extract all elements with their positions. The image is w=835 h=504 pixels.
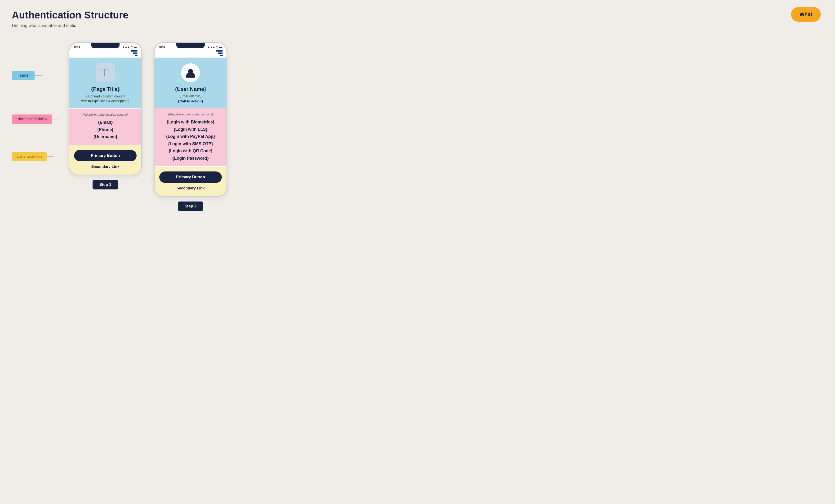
phone2-email: {Email Address} (159, 94, 222, 98)
wifi-icon2: ≋ (216, 45, 218, 48)
paypal-logo: 𝕋 (102, 68, 109, 78)
phone1-email: {Email} (74, 119, 137, 126)
header-label: Header (12, 71, 35, 80)
phone1: 9:41 ▲▲▲ ≋ ▬ 𝕋 (69, 42, 142, 175)
phone1-primary-button[interactable]: Primary Button (74, 150, 137, 161)
phone1-adaptive-label: {Adaptive Authentication options} (74, 113, 137, 117)
phone2-qr-code: {Login with QR Code} (159, 147, 222, 155)
phone1-identifier-section: {Adaptive Authentication options} {Email… (69, 109, 141, 145)
phone2-identifier-section: {Adaptive Authentication options} {Login… (155, 108, 226, 167)
phone2: 9:41 ▲▲▲ ≋ ▬ (154, 42, 227, 197)
phone2-top-bar (155, 49, 226, 58)
phone1-status-bar: 9:41 ▲▲▲ ≋ ▬ (69, 43, 141, 49)
calls-label-row: Calls to action (12, 152, 69, 161)
identifier-label-row: Identifier Variable (12, 114, 69, 124)
signal-icon: ▲▲▲ (122, 45, 130, 48)
phone2-wrapper: 9:41 ▲▲▲ ≋ ▬ (154, 42, 227, 211)
phone1-phone: {Phone} (74, 126, 137, 133)
phone2-sms-otp: {Login with SMS OTP} (159, 140, 222, 148)
phone1-secondary-link[interactable]: Secondary Link (74, 165, 137, 169)
phone1-page-subtitle: {Subhead - custom contentwith multiple l… (74, 94, 137, 103)
phone2-status-bar: 9:41 ▲▲▲ ≋ ▬ (155, 43, 226, 49)
page-subtitle: Defining what's variable and static (12, 23, 823, 28)
diagram-area: Header Identifier Variable Calls to acti… (12, 42, 823, 211)
phone2-lls: {Login with LLS} (159, 126, 222, 133)
what-button[interactable]: What (791, 7, 821, 22)
phone2-cta-section: Primary Button Secondary Link (155, 167, 226, 196)
phone1-cta-section: Primary Button Secondary Link (69, 145, 141, 174)
header-connector (35, 75, 42, 76)
phone1-username: {Username} (74, 133, 137, 141)
phone2-primary-button[interactable]: Primary Button (159, 171, 222, 183)
labels-column: Header Identifier Variable Calls to acti… (12, 71, 69, 161)
phone1-step-badge: Step 1 (93, 180, 118, 189)
phone1-status-icons: ▲▲▲ ≋ ▬ (122, 45, 137, 48)
paypal-logo-box: 𝕋 (96, 63, 115, 82)
calls-label: Calls to action (12, 152, 47, 161)
user-avatar-icon (185, 67, 196, 79)
calls-connector (47, 156, 54, 157)
phone2-step-badge: Step 2 (178, 202, 203, 211)
battery-icon2: ▬ (219, 45, 222, 48)
page-title: Authentication Structure (12, 9, 823, 21)
phone2-user-name: {User Name} (159, 86, 222, 92)
avatar (181, 63, 200, 82)
phone2-time: 9:41 (159, 45, 165, 48)
phone1-top-bar (69, 49, 141, 58)
signal-icon2: ▲▲▲ (207, 45, 215, 48)
phone2-notch (176, 43, 205, 48)
phone2-paypal-app: {Login with PayPal App} (159, 133, 222, 140)
menu-icon (131, 50, 138, 56)
phones-area: 9:41 ▲▲▲ ≋ ▬ 𝕋 (69, 42, 227, 211)
phone2-cta: {Call to action} (159, 99, 222, 103)
phone2-secondary-link[interactable]: Secondary Link (159, 186, 222, 190)
phone1-time: 9:41 (74, 45, 80, 48)
identifier-connector (52, 119, 59, 120)
phone2-header-section: {User Name} {Email Address} {Call to act… (155, 58, 226, 108)
phone1-page-title: {Page Title} (74, 86, 137, 92)
identifier-label: Identifier Variable (12, 114, 52, 124)
phone2-password: {Login Password} (159, 155, 222, 162)
phone2-adaptive-label: {Adaptive Authentication options} (159, 112, 222, 116)
phone1-wrapper: 9:41 ▲▲▲ ≋ ▬ 𝕋 (69, 42, 142, 189)
phone2-status-icons: ▲▲▲ ≋ ▬ (207, 45, 222, 48)
battery-icon: ▬ (134, 45, 137, 48)
phone1-notch (91, 43, 120, 48)
phone2-biometrics: {Login with Biometrics} (159, 119, 222, 126)
phone1-header-section: 𝕋 {Page Title} {Subhead - custom content… (69, 58, 141, 109)
menu-icon2 (216, 50, 223, 56)
header-label-row: Header (12, 71, 69, 80)
wifi-icon: ≋ (131, 45, 133, 48)
